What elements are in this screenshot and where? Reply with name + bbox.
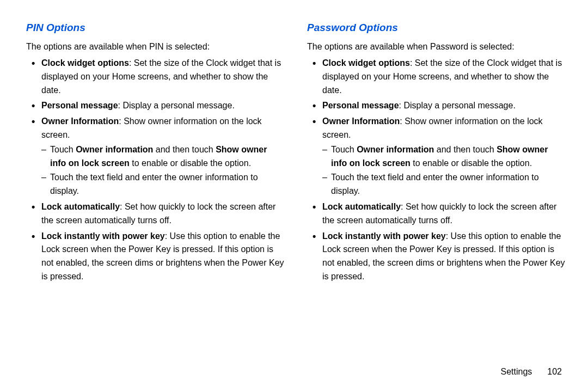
sub-list-item: Touch Owner information and then touch S… — [41, 143, 285, 170]
option-name: Personal message — [322, 101, 399, 110]
sub-list-item: Touch Owner information and then touch S… — [322, 143, 566, 170]
intro-text: The options are available when PIN is se… — [26, 40, 285, 53]
option-name: Lock instantly with power key — [41, 231, 165, 241]
text: and then touch — [434, 145, 497, 154]
list-item: Personal message: Display a personal mes… — [26, 99, 285, 113]
text: Touch the text field and enter the owner… — [331, 173, 539, 195]
text: to enable or disable the option. — [130, 158, 251, 168]
option-name: Owner Information — [41, 117, 119, 126]
option-desc: : Display a personal message. — [118, 101, 235, 110]
section-heading-pin: PIN Options — [26, 22, 285, 34]
option-name: Lock instantly with power key — [322, 231, 446, 241]
left-column: PIN Options The options are available wh… — [26, 22, 285, 286]
list-item: Owner Information: Show owner informatio… — [26, 115, 285, 198]
bold-text: Owner information — [357, 145, 434, 154]
option-desc: : Display a personal message. — [399, 101, 516, 110]
option-name: Clock widget options — [41, 58, 129, 68]
sub-list-item: Touch the text field and enter the owner… — [322, 171, 566, 198]
document-page: PIN Options The options are available wh… — [0, 0, 588, 392]
list-item: Lock instantly with power key: Use this … — [26, 230, 285, 284]
text: Touch — [331, 145, 357, 154]
list-item: Owner Information: Show owner informatio… — [307, 115, 566, 198]
option-name: Lock automatically — [41, 202, 120, 211]
text: and then touch — [153, 145, 216, 154]
option-name: Clock widget options — [322, 58, 410, 68]
footer-section: Settings — [500, 367, 532, 376]
list-item: Clock widget options: Set the size of th… — [26, 57, 285, 97]
text: Touch — [50, 145, 76, 154]
text: Touch the text field and enter the owner… — [50, 173, 258, 195]
sub-list: Touch Owner information and then touch S… — [41, 143, 285, 198]
option-name: Owner Information — [322, 117, 400, 126]
option-name: Lock automatically — [322, 202, 401, 211]
section-heading-password: Password Options — [307, 22, 566, 34]
option-list: Clock widget options: Set the size of th… — [307, 57, 566, 284]
two-column-layout: PIN Options The options are available wh… — [26, 22, 566, 286]
text: to enable or disable the option. — [411, 158, 532, 168]
list-item: Personal message: Display a personal mes… — [307, 99, 566, 113]
sub-list-item: Touch the text field and enter the owner… — [41, 171, 285, 198]
right-column: Password Options The options are availab… — [307, 22, 566, 286]
option-list: Clock widget options: Set the size of th… — [26, 57, 285, 284]
list-item: Clock widget options: Set the size of th… — [307, 57, 566, 97]
sub-list: Touch Owner information and then touch S… — [322, 143, 566, 198]
option-name: Personal message — [41, 101, 118, 110]
bold-text: Owner information — [76, 145, 153, 154]
list-item: Lock automatically: Set how quickly to l… — [307, 200, 566, 228]
list-item: Lock instantly with power key: Use this … — [307, 230, 566, 284]
page-number: 102 — [547, 367, 562, 376]
intro-text: The options are available when Password … — [307, 40, 566, 53]
list-item: Lock automatically: Set how quickly to l… — [26, 200, 285, 228]
page-footer: Settings102 — [500, 367, 562, 377]
